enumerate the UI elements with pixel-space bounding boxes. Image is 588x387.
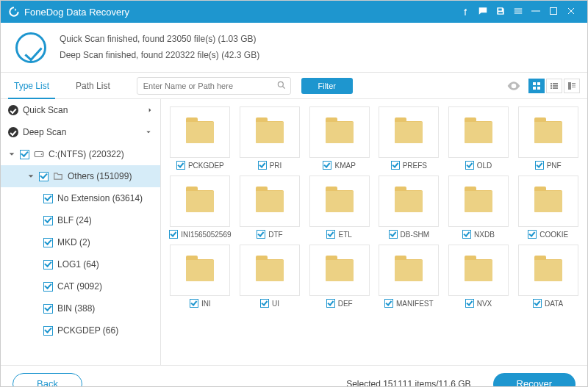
save-icon[interactable] (492, 6, 509, 18)
checkbox[interactable] (535, 161, 544, 170)
sidebar-others[interactable]: Others (151099) (1, 165, 160, 187)
folder-tile[interactable]: PCKGDEP (167, 106, 234, 170)
folder-tile[interactable]: PRI (237, 106, 304, 170)
folder-thumbnail[interactable] (379, 106, 439, 158)
folder-tile[interactable]: NXDB (445, 176, 512, 239)
folder-tile[interactable]: DTF (237, 176, 304, 239)
checkbox[interactable] (462, 230, 471, 239)
maximize-button[interactable] (545, 7, 562, 18)
sidebar-deep-scan[interactable]: Deep Scan (1, 121, 160, 143)
checkbox[interactable] (260, 299, 269, 308)
folder-thumbnail[interactable] (240, 106, 300, 158)
search-input[interactable] (137, 77, 291, 95)
tab-type-list[interactable]: Type List (1, 73, 62, 98)
folder-thumbnail[interactable] (240, 245, 300, 296)
checkbox[interactable] (169, 230, 178, 239)
folder-tile[interactable]: INI (167, 245, 234, 308)
folder-tile[interactable]: UI (237, 245, 304, 308)
folder-tile[interactable]: COOKIE (514, 176, 581, 239)
search-icon[interactable] (276, 80, 287, 90)
sidebar-filetype-item[interactable]: MKD (2) (1, 231, 160, 253)
checkbox[interactable] (323, 161, 331, 170)
feedback-icon[interactable] (474, 6, 492, 18)
folder-thumbnail[interactable] (518, 245, 578, 296)
sidebar-filetype-item[interactable]: PCKGDEP (66) (1, 319, 160, 341)
checkbox[interactable] (190, 299, 198, 308)
sidebar-filetype-item[interactable]: CAT (9092) (1, 275, 160, 297)
checkbox[interactable] (43, 216, 53, 225)
folder-thumbnail[interactable] (170, 176, 230, 227)
folder-thumbnail[interactable] (309, 245, 370, 296)
checkbox[interactable] (533, 299, 542, 308)
recover-button[interactable]: Recover (493, 373, 576, 387)
sidebar-filetype-item[interactable]: BIN (388) (1, 297, 160, 319)
checkbox[interactable] (43, 304, 53, 314)
filter-button[interactable]: Filter (301, 78, 353, 94)
checkbox[interactable] (43, 238, 53, 247)
facebook-icon[interactable]: f (456, 7, 474, 18)
checkbox[interactable] (176, 161, 185, 170)
main-body: Quick Scan Deep Scan C:(NTFS) (220322) O… (1, 99, 587, 365)
folder-thumbnail[interactable] (170, 106, 230, 158)
sidebar-filetype-item[interactable]: No Extension (63614) (1, 187, 160, 209)
view-detail-button[interactable] (564, 79, 580, 93)
svg-rect-13 (568, 82, 571, 90)
folder-tile[interactable]: NVX (445, 245, 512, 308)
folder-thumbnail[interactable] (170, 245, 230, 296)
folder-thumbnail[interactable] (379, 245, 439, 296)
checkbox[interactable] (43, 326, 53, 336)
view-list-button[interactable] (546, 79, 562, 93)
menu-icon[interactable] (509, 6, 527, 18)
minimize-button[interactable] (527, 7, 545, 18)
close-button[interactable] (562, 7, 580, 18)
folder-tile[interactable]: KMAP (306, 106, 373, 170)
checkbox[interactable] (465, 161, 474, 170)
folder-thumbnail[interactable] (448, 106, 509, 158)
folder-icon (465, 190, 492, 212)
folder-tile[interactable]: INI1565052569 (167, 176, 234, 239)
folder-thumbnail[interactable] (448, 245, 509, 296)
checkbox[interactable] (43, 194, 53, 203)
folder-tile[interactable]: PNF (514, 106, 581, 170)
checkbox[interactable] (528, 230, 537, 239)
folder-name: OLD (477, 162, 492, 170)
svg-rect-3 (533, 82, 536, 85)
sidebar-filetype-item[interactable]: LOG1 (64) (1, 253, 160, 275)
folder-tile[interactable]: DATA (514, 245, 581, 308)
tab-path-list[interactable]: Path List (62, 73, 123, 98)
checkbox[interactable] (43, 260, 53, 270)
checkbox[interactable] (258, 161, 267, 170)
folder-tile[interactable]: MANIFEST (376, 245, 442, 308)
checkbox[interactable] (257, 230, 265, 239)
back-button[interactable]: Back (12, 373, 82, 387)
folder-name: NVX (477, 300, 492, 308)
folder-thumbnail[interactable] (240, 176, 300, 227)
folder-tile[interactable]: OLD (445, 106, 512, 170)
sidebar-quick-scan[interactable]: Quick Scan (1, 99, 160, 121)
sidebar-filetype-item[interactable]: BLF (24) (1, 209, 160, 231)
folder-thumbnail[interactable] (309, 106, 370, 158)
checkbox[interactable] (20, 150, 29, 159)
checkbox[interactable] (39, 172, 49, 181)
folder-thumbnail[interactable] (518, 176, 578, 227)
checkbox[interactable] (384, 299, 393, 308)
folder-tile[interactable]: DB-SHM (376, 176, 442, 239)
preview-icon[interactable] (506, 79, 521, 93)
checkbox[interactable] (389, 230, 398, 239)
folder-thumbnail[interactable] (309, 176, 370, 227)
checkbox[interactable] (326, 299, 335, 308)
folder-tile[interactable]: PREFS (376, 106, 442, 170)
checkbox[interactable] (43, 282, 53, 292)
folder-tile[interactable]: ETL (306, 176, 373, 239)
checkbox[interactable] (326, 230, 335, 239)
checkbox[interactable] (391, 161, 400, 170)
bullet-icon (8, 127, 18, 137)
folder-thumbnail[interactable] (448, 176, 509, 227)
folder-thumbnail[interactable] (518, 106, 578, 158)
sidebar: Quick Scan Deep Scan C:(NTFS) (220322) O… (1, 99, 161, 365)
checkbox[interactable] (465, 299, 474, 308)
folder-thumbnail[interactable] (379, 176, 439, 227)
sidebar-drive[interactable]: C:(NTFS) (220322) (1, 143, 160, 165)
folder-tile[interactable]: DEF (306, 245, 373, 308)
view-grid-button[interactable] (528, 79, 545, 93)
